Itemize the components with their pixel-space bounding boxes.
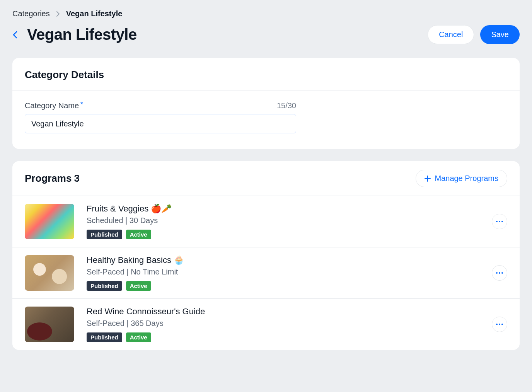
status-badge-published: Published (87, 230, 122, 239)
program-row: Healthy Baking Basics 🧁 Self-Paced | No … (12, 247, 520, 299)
status-badge-active: Active (126, 332, 151, 342)
status-badge-active: Active (126, 230, 151, 239)
status-badge-published: Published (87, 332, 122, 342)
programs-card: Programs3 Manage Programs Fruits & Veggi… (12, 161, 520, 350)
chevron-right-icon (56, 11, 60, 17)
manage-programs-button[interactable]: Manage Programs (416, 170, 507, 187)
section-title-programs: Programs3 (25, 172, 80, 184)
category-name-input[interactable] (25, 114, 296, 133)
program-title: Healthy Baking Basics 🧁 (87, 255, 479, 265)
plus-icon (425, 176, 431, 182)
more-options-button[interactable] (492, 317, 507, 332)
status-badge-active: Active (126, 281, 151, 291)
program-title: Red Wine Connoisseur's Guide (87, 307, 479, 317)
more-options-button[interactable] (492, 265, 507, 281)
dots-horizontal-icon (496, 324, 503, 325)
breadcrumb-parent[interactable]: Categories (12, 9, 50, 18)
dots-horizontal-icon (496, 272, 503, 274)
breadcrumb: Categories Vegan Lifestyle (12, 9, 520, 18)
category-name-label: Category Name* (25, 101, 83, 110)
dots-horizontal-icon (496, 221, 503, 222)
program-row: Fruits & Veggies 🍎🥕 Scheduled | 30 Days … (12, 196, 520, 247)
char-count: 15/30 (277, 101, 296, 110)
program-row: Red Wine Connoisseur's Guide Self-Paced … (12, 299, 520, 350)
category-details-card: Category Details Category Name* 15/30 (12, 58, 520, 149)
program-thumbnail (25, 255, 74, 291)
save-button[interactable]: Save (480, 25, 520, 44)
program-meta: Self-Paced | No Time Limit (87, 268, 479, 276)
breadcrumb-current: Vegan Lifestyle (66, 9, 123, 18)
program-thumbnail (25, 204, 74, 239)
program-thumbnail (25, 307, 74, 342)
cancel-button[interactable]: Cancel (428, 25, 474, 44)
program-meta: Scheduled | 30 Days (87, 216, 479, 225)
page-header: Vegan Lifestyle Cancel Save (12, 25, 520, 44)
more-options-button[interactable] (492, 214, 507, 229)
program-meta: Self-Paced | 365 Days (87, 319, 479, 328)
status-badge-published: Published (87, 281, 122, 291)
program-title: Fruits & Veggies 🍎🥕 (87, 204, 479, 214)
page-title: Vegan Lifestyle (27, 26, 137, 43)
section-title-details: Category Details (25, 69, 507, 81)
back-button[interactable] (12, 31, 18, 39)
